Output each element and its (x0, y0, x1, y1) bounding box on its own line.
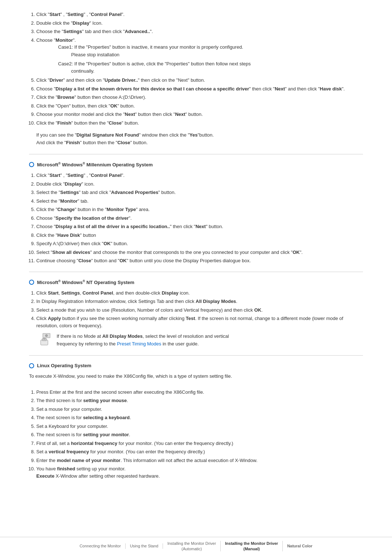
footer-item-connecting-label: Connecting the Monitor (79, 544, 121, 548)
list-item: Click "Driver" and then click on "Update… (36, 77, 363, 84)
linux-intro: To execute X-Window, you need to make th… (29, 373, 363, 380)
list-item: Set a mouse for your computer. (36, 406, 363, 413)
list-item: Choose "Display a list of the known driv… (36, 85, 363, 93)
case1-text: Case1: If the "Properties" button is ina… (58, 44, 363, 59)
list-item: Click the "Change" button in the "Monito… (36, 206, 363, 213)
list-item: Select a mode that you wish to use (Reso… (36, 307, 363, 314)
millennium-title: Microsoft® Windows® Millennium Operating… (37, 162, 153, 167)
nt-header: Microsoft® Windows® NT Operating System (29, 279, 363, 285)
list-item: Set a Keyboard for your computer. (36, 423, 363, 430)
divider-3 (29, 355, 363, 356)
list-item: Click "Start" , "Setting" , "Control Pan… (36, 172, 363, 179)
list-item: Choose your monitor model and click the … (36, 111, 363, 118)
list-item: Select the "Monitor" tab. (36, 198, 363, 205)
list-item: Select the "Settings" tab and click "Adv… (36, 189, 363, 196)
intro-section: Click "Start" , "Setting" , "Control Pan… (29, 11, 363, 147)
list-item: Click the "Have Disk" button (36, 232, 363, 239)
list-item: Double click "Display" icon. (36, 181, 363, 188)
list-item: Choose "Specify the location of the driv… (36, 215, 363, 222)
footer-nav: Connecting the Monitor Using the Stand I… (0, 537, 392, 555)
footer-item-stand[interactable]: Using the Stand (126, 543, 163, 548)
footer-item-connecting[interactable]: Connecting the Monitor (75, 543, 126, 548)
list-item: Click the "Browse" button then choose A:… (36, 94, 363, 101)
nt-section: Microsoft® Windows® NT Operating System … (29, 279, 363, 348)
list-item: Continue choosing "Close" button and "OK… (36, 257, 363, 264)
list-item: Choose "Display a list of all the driver… (36, 223, 363, 230)
footer-item-manual-label: Installing the Monitor Driver(Manual) (225, 541, 278, 551)
linux-section: Linux Operating System To execute X-Wind… (29, 363, 363, 479)
list-item: Choose the "Settings" tab and then click… (36, 28, 363, 35)
list-item: The third screen is for setting your mou… (36, 397, 363, 404)
footer-item-manual[interactable]: Installing the Monitor Driver(Manual) (221, 541, 283, 551)
divider-2 (29, 272, 363, 272)
list-item: Click the "Finish" button then the "Clos… (36, 119, 363, 127)
svg-point-4 (45, 335, 48, 337)
millennium-icon (29, 162, 34, 167)
footer-item-auto-label: Installing the Monitor Driver(Automatic) (167, 541, 216, 551)
preset-timing-link[interactable]: Preset Timing Modes (117, 341, 161, 347)
list-item: Select "Show all devices" and choose the… (36, 249, 363, 256)
millennium-header: Microsoft® Windows® Millennium Operating… (29, 162, 363, 167)
linux-title: Linux Operating System (37, 363, 91, 368)
list-item: You have finished setting up your monito… (36, 465, 363, 479)
divider-1 (29, 154, 363, 154)
nt-title: Microsoft® Windows® NT Operating System (37, 279, 134, 285)
list-item: In Display Registration Information wind… (36, 298, 363, 305)
list-item: Click the "Open" button, then click "OK"… (36, 102, 363, 110)
list-item: The next screen is for selecting a keybo… (36, 414, 363, 421)
list-item: Set a vertical frequency for your monito… (36, 448, 363, 455)
intro-note: If you can see the "Digital Signature No… (36, 131, 363, 147)
list-item: Specify A:\(D:\driver) then click "OK" b… (36, 240, 363, 247)
nt-steps-list: Click Start, Settings, Control Panel, an… (36, 289, 363, 329)
main-content: Click "Start" , "Setting" , "Control Pan… (0, 0, 392, 523)
note-icon (40, 333, 53, 346)
millennium-steps-list: Click "Start" , "Setting" , "Control Pan… (36, 172, 363, 264)
linux-header: Linux Operating System (29, 363, 363, 368)
nt-note-block: If there is no Mode at All Display Modes… (40, 333, 363, 348)
millennium-section: Microsoft® Windows® Millennium Operating… (29, 162, 363, 264)
list-item: Click "Start" , "Setting" , "Control Pan… (36, 11, 363, 18)
nt-icon (29, 280, 34, 285)
list-item: Click Start, Settings, Control Panel, an… (36, 289, 363, 297)
case2-text: Case2: If the "Properties" button is act… (58, 60, 363, 76)
list-item: Enter the model name of your monitor. Th… (36, 457, 363, 464)
list-item: First of all, set a horizontal frequency… (36, 440, 363, 447)
linux-icon (29, 363, 34, 368)
footer-item-color[interactable]: Natural Color (283, 543, 317, 548)
linux-steps-list: Press Enter at the first and the second … (36, 389, 363, 480)
list-item: The next screen is for setting your moni… (36, 431, 363, 438)
list-item: Double click the "Display" Icon. (36, 20, 363, 27)
list-item: Click Apply button if you see the screen… (36, 315, 363, 329)
intro-steps-list: Click "Start" , "Setting" , "Control Pan… (36, 11, 363, 126)
footer-item-stand-label: Using the Stand (130, 544, 158, 548)
footer-item-color-label: Natural Color (287, 544, 313, 548)
list-item: Choose "Monitor". Case1: If the "Propert… (36, 37, 363, 76)
nt-note-text: If there is no Mode at All Display Modes… (57, 333, 229, 348)
list-item: Press Enter at the first and the second … (36, 389, 363, 396)
footer-item-auto[interactable]: Installing the Monitor Driver(Automatic) (163, 541, 221, 551)
